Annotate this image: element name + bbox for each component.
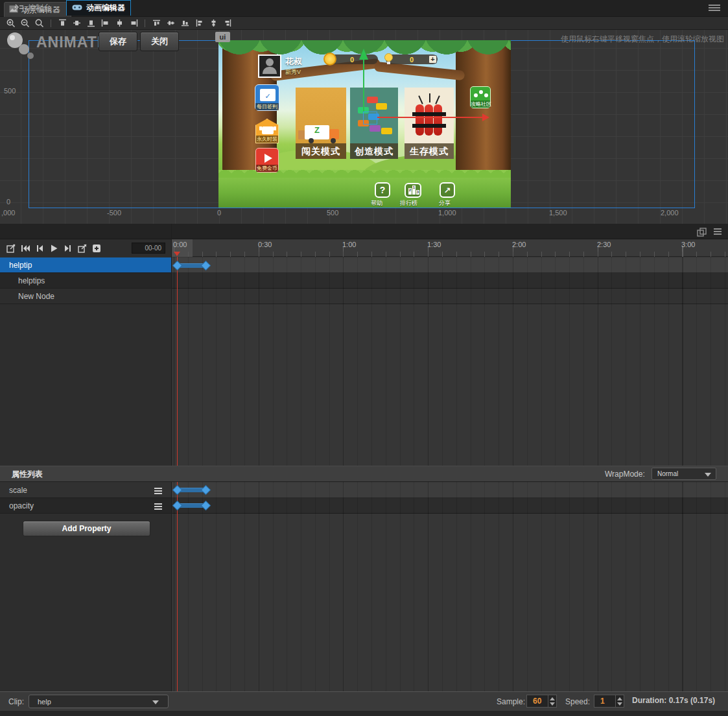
timeline-minor-ticks (171, 252, 728, 257)
align-bottom-icon[interactable] (84, 18, 98, 29)
align-right-icon[interactable] (126, 18, 141, 29)
animate-wand-icon (5, 31, 35, 64)
dynamite-stick (425, 104, 433, 136)
tab-animation-editor[interactable]: 动画编辑器 (66, 0, 131, 16)
tick-2-30: 2:30 (597, 241, 611, 248)
align-v-center-icon[interactable] (69, 18, 84, 29)
save-button[interactable]: 保存 (99, 32, 137, 51)
node-label-helptips[interactable]: helptips (0, 273, 171, 289)
arrow-down-icon[interactable] (550, 702, 555, 706)
property-menu-icon[interactable] (154, 503, 162, 511)
panel-popout-icon[interactable] (697, 228, 707, 239)
property-label-scale[interactable]: scale (0, 483, 171, 498)
open-clip-icon[interactable] (75, 242, 89, 255)
chevron-down-icon (705, 473, 711, 477)
block-decor (376, 103, 387, 110)
outfit-label: 永久时装 (256, 136, 278, 143)
property-menu-icon[interactable] (154, 488, 162, 495)
energy-bar: 0 + (386, 54, 438, 64)
mode-card-level: Z 闯关模式 (296, 88, 346, 159)
sample-stepper[interactable]: 60 (526, 695, 557, 708)
distribute-right-icon[interactable] (220, 18, 235, 29)
tshirt-icon (262, 126, 274, 134)
gizmo-x-arrow[interactable] (482, 113, 489, 121)
edit-clip-icon[interactable] (4, 242, 18, 255)
gizmo-y-arrow[interactable] (359, 49, 368, 60)
energy-value: 0 (410, 56, 414, 64)
arrow-down-icon[interactable] (617, 702, 622, 706)
node-track-new-node[interactable] (171, 289, 728, 304)
zoom-out-icon[interactable] (18, 18, 32, 29)
mode-card-survival: 生存模式 (405, 88, 454, 159)
tab-animation-editor-label: 动画编辑器 (86, 3, 125, 14)
panel-menu-icon[interactable] (714, 228, 722, 236)
node-row-new-node[interactable]: New Node (0, 289, 728, 304)
property-track-scale[interactable] (171, 483, 728, 498)
property-track-opacity[interactable] (171, 498, 728, 514)
property-label-opacity[interactable]: opacity (0, 498, 171, 514)
zoom-reset-icon[interactable] (32, 18, 47, 29)
node-track-helptip[interactable] (171, 257, 728, 273)
dynamite-band (412, 112, 446, 116)
prev-frame-icon[interactable] (32, 242, 47, 255)
distribute-v-center-icon[interactable] (163, 18, 178, 29)
arrow-up-icon[interactable] (617, 697, 622, 700)
distribute-bottom-icon[interactable] (178, 18, 192, 29)
property-row-scale[interactable]: scale (0, 483, 728, 498)
calendar-check-icon: ✓ (260, 89, 276, 101)
close-button[interactable]: 关闭 (140, 32, 179, 51)
play-icon[interactable] (47, 242, 61, 255)
property-list-title: 属性列表 (12, 469, 43, 480)
selection-box (363, 112, 377, 125)
ruler-bottom--500: -500 (107, 209, 121, 217)
truck-wheel (331, 138, 336, 143)
window-bottom-strip (0, 711, 728, 716)
column-divider[interactable] (171, 224, 172, 691)
current-time-field[interactable]: 00-00 (132, 243, 165, 254)
stepper-arrows[interactable] (615, 695, 624, 707)
sample-value[interactable]: 60 (527, 697, 548, 706)
stepper-arrows[interactable] (548, 695, 556, 707)
wrapmode-select[interactable]: Normal (652, 468, 716, 480)
gizmo-y-axis[interactable] (363, 60, 364, 112)
node-label-helptip[interactable]: helptip (0, 257, 171, 273)
distribute-top-icon[interactable] (149, 18, 163, 29)
main-menu-icon[interactable] (709, 5, 720, 12)
speed-value[interactable]: 1 (594, 697, 615, 706)
tab-console-label: 控制台 (28, 3, 51, 14)
add-property-button[interactable]: Add Property (23, 521, 150, 536)
node-label-new-node[interactable]: New Node (0, 289, 171, 304)
dynamite-stick (434, 104, 442, 136)
node-row-helptips[interactable]: helptips (0, 273, 728, 289)
align-h-center-icon[interactable] (112, 18, 126, 29)
tick-0-00: 0:00 (173, 241, 187, 248)
share-label: 分享 (439, 199, 451, 208)
zoom-in-icon[interactable] (4, 18, 18, 29)
align-top-icon[interactable] (55, 18, 69, 29)
tab-console[interactable]: 控制台 (0, 0, 66, 16)
ruler-left-0: 0 (6, 198, 10, 206)
clip-select[interactable]: help (29, 695, 169, 708)
add-keyframe-icon[interactable] (89, 242, 104, 255)
speed-stepper[interactable]: 1 (594, 695, 624, 708)
chevron-down-icon (152, 700, 159, 704)
free-coins-video-icon: 免费金币 (255, 148, 279, 173)
scene-viewport[interactable]: 花叔 新秀V 0 0 + ✓ 每日签到 永久时装 免费金币 (0, 30, 728, 224)
align-left-icon[interactable] (98, 18, 112, 29)
next-frame-icon[interactable] (61, 242, 75, 255)
podium-3: 3 (416, 190, 419, 195)
coin-icon (323, 53, 336, 66)
skip-to-start-icon[interactable] (18, 242, 32, 255)
animate-mode-title: ANIMATE (36, 34, 108, 51)
distribute-left-icon[interactable] (192, 18, 206, 29)
arrow-up-icon[interactable] (550, 697, 555, 700)
property-row-opacity[interactable]: opacity (0, 498, 728, 514)
gizmo-x-axis[interactable] (377, 117, 482, 118)
node-track-helptips[interactable] (171, 273, 728, 289)
distribute-h-center-icon[interactable] (206, 18, 220, 29)
ruler-bottom-500: 500 (327, 209, 338, 217)
playhead-marker[interactable] (174, 252, 180, 256)
node-row-helptip[interactable]: helptip (0, 257, 728, 273)
help-label: 帮助 (371, 199, 382, 208)
wrapmode-value: Normal (657, 470, 678, 477)
